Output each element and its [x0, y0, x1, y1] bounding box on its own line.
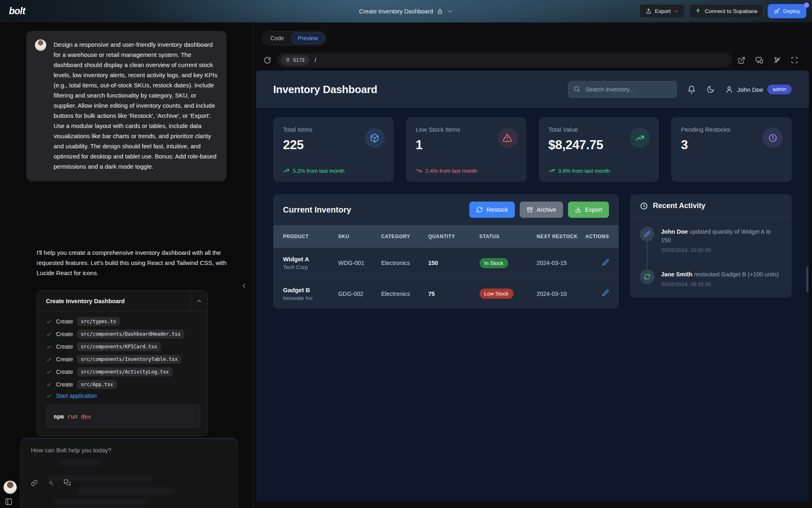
- supabase-bolt-icon: [695, 7, 702, 15]
- deploy-button[interactable]: Deploy: [768, 4, 806, 18]
- export-button[interactable]: Export: [639, 4, 685, 18]
- table-row: Widget A Tech Corp WDG-001 Electronics 1…: [273, 248, 619, 278]
- project-title-group[interactable]: Create Inventory Dashboard: [359, 0, 453, 23]
- archive-icon: [527, 206, 533, 213]
- notification-dot: [804, 2, 809, 8]
- kpi-card-total-items: Total Items 225 5.2% from last month: [273, 117, 394, 182]
- chat-panel: Design a responsive and user-friendly in…: [0, 23, 253, 508]
- file-chip[interactable]: src/App.tsx: [77, 380, 117, 389]
- deploy-label: Deploy: [783, 8, 800, 14]
- attach-link-icon[interactable]: [30, 479, 38, 487]
- check-icon: [46, 331, 52, 337]
- check-icon: [46, 344, 52, 350]
- file-chip[interactable]: src/components/DashboardHeader.tsx: [77, 330, 184, 339]
- kpi-card-total-value: Total Value $8,247.75 3.8% from last mon…: [539, 117, 659, 182]
- user-message: Design a responsive and user-friendly in…: [26, 31, 227, 181]
- fullscreen-icon[interactable]: [791, 56, 798, 64]
- task-card: Create Inventory Dashboard Create src/ty…: [37, 290, 208, 436]
- user-menu[interactable]: John Doe admin: [725, 85, 792, 94]
- url-bar[interactable]: 5173 /: [277, 53, 732, 67]
- reload-icon[interactable]: [263, 56, 271, 64]
- task-card-title: Create Inventory Dashboard: [37, 291, 190, 311]
- chat-input-placeholder: How can Bolt help you today?: [31, 447, 111, 454]
- sidebar-toggle-icon[interactable]: [5, 498, 13, 506]
- url-path: /: [315, 57, 316, 63]
- export-label: Export: [655, 8, 671, 14]
- file-chip[interactable]: src/types.ts: [77, 317, 120, 326]
- bell-icon[interactable]: [687, 85, 696, 94]
- enhance-sparkles-icon[interactable]: [47, 480, 54, 487]
- package-icon: [365, 128, 385, 148]
- user-avatar: [35, 39, 47, 51]
- preview-app: Inventory Dashboard John Doe admin: [256, 71, 809, 501]
- export-csv-button[interactable]: Export: [568, 202, 609, 218]
- rocket-icon: [774, 8, 780, 14]
- port-chip[interactable]: 5173: [281, 55, 309, 65]
- activity-timestamp: 20/02/2024, 10:30:00: [661, 247, 782, 253]
- kpi-card-pending-restocks: Pending Restocks 3: [671, 117, 792, 182]
- chevron-down-icon: [674, 9, 679, 14]
- edit-pencil-icon[interactable]: [584, 259, 609, 267]
- tab-code[interactable]: Code: [263, 33, 291, 44]
- chevron-down-icon[interactable]: [447, 9, 453, 14]
- chevron-up-icon: [196, 298, 202, 304]
- table-row: Gadget B Innovate Inc GDG-002 Electronic…: [273, 278, 619, 309]
- user-prompt-text: Design a responsive and user-friendly in…: [54, 39, 218, 172]
- connect-supabase-button[interactable]: Connect to Supabase: [689, 4, 764, 18]
- supabase-label: Connect to Supabase: [705, 8, 758, 14]
- clock-icon: [640, 202, 648, 210]
- trending-up-icon: [283, 167, 289, 174]
- inventory-table-card: Current Inventory Restock Archive: [273, 194, 619, 309]
- activity-item: John Doe updated quantity of Widget A to…: [640, 227, 782, 253]
- collapse-chat-button[interactable]: [240, 282, 248, 289]
- share-icon: [646, 8, 652, 14]
- alert-triangle-icon: [497, 128, 518, 148]
- tab-preview[interactable]: Preview: [291, 33, 325, 44]
- check-icon: [46, 356, 52, 363]
- restock-button[interactable]: Restock: [469, 202, 514, 218]
- file-chip[interactable]: src/components/KPICard.tsx: [77, 342, 161, 351]
- edit-pencil-icon[interactable]: [584, 289, 609, 298]
- archive-button[interactable]: Archive: [520, 202, 563, 218]
- task-step: Create src/components/DashboardHeader.ts…: [46, 330, 200, 339]
- dashboard-header: Inventory Dashboard John Doe admin: [256, 71, 809, 108]
- task-step: Create src/components/ActivityLog.tsx: [46, 367, 200, 376]
- scrollbar-thumb[interactable]: [806, 267, 808, 293]
- inspect-pointer-off-icon[interactable]: [773, 56, 781, 64]
- kpi-card-low-stock: Low Stock Items 1 2.4% from last month: [406, 117, 527, 182]
- status-badge: In Stock: [479, 258, 508, 268]
- task-step: Create src/App.tsx: [46, 380, 200, 389]
- inventory-title: Current Inventory: [283, 205, 351, 215]
- table-column-headers: PRODUCT SKU CATEGORY QUANTITY STATUS NEX…: [273, 225, 619, 248]
- responsive-devices-icon[interactable]: [755, 56, 763, 64]
- trending-up-icon: [630, 128, 650, 148]
- code-preview-toggle: Code Preview: [262, 31, 326, 46]
- start-application-link[interactable]: Start application: [56, 393, 97, 399]
- command-bin: npm: [54, 413, 64, 420]
- account-avatar[interactable]: [3, 480, 17, 494]
- task-step: Create src/components/KPICard.tsx: [46, 342, 200, 351]
- blurred-suggestion: [58, 459, 102, 466]
- plug-icon: [285, 58, 290, 63]
- trending-up-icon: [549, 167, 555, 174]
- user-icon: [725, 85, 733, 93]
- user-name: John Doe: [737, 86, 763, 93]
- terminal-command-block: npm run dev: [46, 405, 200, 428]
- recent-activity-card: Recent Activity John Doe updated quantit…: [630, 194, 792, 298]
- task-step: Create src/components/InventoryTable.tsx: [46, 355, 200, 364]
- download-icon: [575, 206, 581, 213]
- role-badge: admin: [767, 85, 792, 94]
- file-chip[interactable]: src/components/ActivityLog.tsx: [77, 367, 173, 376]
- task-step: Create src/types.ts: [46, 317, 200, 326]
- top-bar: bolt Create Inventory Dashboard Export C…: [0, 0, 812, 23]
- open-external-icon[interactable]: [738, 56, 745, 64]
- file-chip[interactable]: src/components/InventoryTable.tsx: [77, 355, 181, 364]
- search-input[interactable]: [568, 81, 677, 98]
- blurred-suggestion: [54, 499, 147, 505]
- preview-panel: Code Preview 5173 / Inven: [253, 23, 812, 508]
- chat-input-box[interactable]: How can Bolt help you today?: [20, 438, 238, 508]
- discuss-chat-icon[interactable]: [63, 479, 71, 487]
- task-collapse-button[interactable]: [190, 291, 207, 311]
- dark-mode-moon-icon[interactable]: [706, 85, 715, 93]
- clock-icon: [762, 128, 783, 148]
